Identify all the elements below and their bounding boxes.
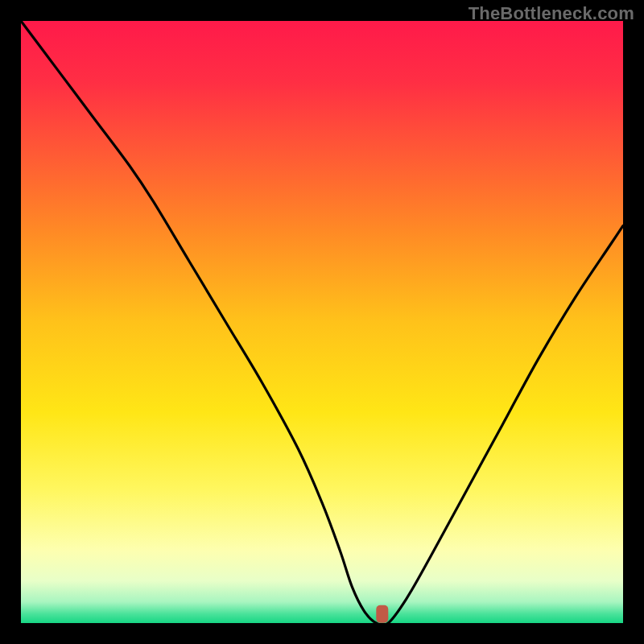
chart-container: TheBottleneck.com: [0, 0, 644, 644]
bottleneck-chart: [0, 0, 644, 644]
optimal-marker: [376, 605, 388, 623]
gradient-background: [21, 21, 623, 623]
watermark-text: TheBottleneck.com: [469, 3, 634, 24]
